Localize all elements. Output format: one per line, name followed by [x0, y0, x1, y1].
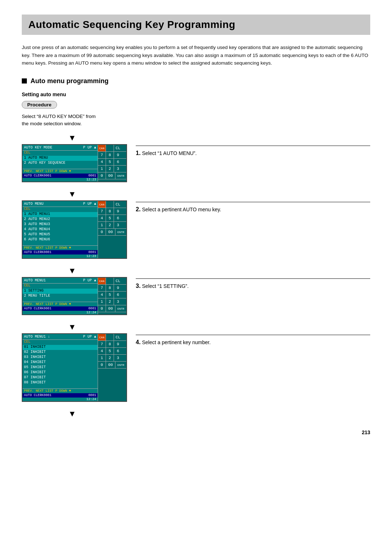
screen-3: AUTO MENU1P UP ▲CEL1 SETTING2 MENU TITLE… [22, 277, 127, 315]
step-arrow-2: ▼ [22, 190, 370, 199]
procedure-badge: Procedure [22, 101, 57, 109]
step-row-2: AUTO MENUP UP ▲CEL1 AUTO MENU12 AUTO MEN… [22, 200, 370, 259]
procedure-text: Select “8 AUTO KEY MODE” from the mode s… [22, 113, 370, 128]
page-number: 213 [22, 429, 370, 435]
step-text-3: 3. Select “1 SETTING”. [136, 277, 370, 290]
page-title: Automatic Sequencing Key Programming [22, 15, 370, 35]
section-title-text: Auto menu programming [30, 77, 109, 85]
terminal-4: AUTO MENU1 ↓P UP ▲CEL01 INHIBIT02 INHIBI… [22, 333, 127, 402]
step-arrow-4: ▼ [22, 322, 370, 332]
step-text-1: 1. Select “1 AUTO MENU”. [136, 144, 370, 158]
step-row-1: AUTO KEY MODEP UP ▲CEL1 AUTO MENU2 AUTO … [22, 144, 370, 182]
terminal-3: AUTO MENU1P UP ▲CEL1 SETTING2 MENU TITLE… [22, 277, 127, 315]
terminal-2: AUTO MENUP UP ▲CEL1 AUTO MENU12 AUTO MEN… [22, 200, 127, 259]
section-title: Auto menu programming [22, 77, 370, 85]
final-arrow: ▼ [22, 409, 370, 419]
step-arrow-3: ▼ [22, 266, 370, 276]
subsection-title: Setting auto menu [22, 91, 370, 97]
step-arrow-1: ▼ [22, 133, 370, 143]
terminal-1: AUTO KEY MODEP UP ▲CEL1 AUTO MENU2 AUTO … [22, 144, 127, 182]
screen-4: AUTO MENU1 ↓P UP ▲CEL01 INHIBIT02 INHIBI… [22, 333, 127, 402]
step-row-4: AUTO MENU1 ↓P UP ▲CEL01 INHIBIT02 INHIBI… [22, 333, 370, 402]
steps-container: ▼AUTO KEY MODEP UP ▲CEL1 AUTO MENU2 AUTO… [22, 133, 370, 419]
screen-1: AUTO KEY MODEP UP ▲CEL1 AUTO MENU2 AUTO … [22, 144, 127, 182]
screen-2: AUTO MENUP UP ▲CEL1 AUTO MENU12 AUTO MEN… [22, 200, 127, 259]
step-text-4: 4. Select a pertinent key number. [136, 333, 370, 347]
step-text-2: 2. Select a pertinent AUTO menu key. [136, 200, 370, 214]
step-row-3: AUTO MENU1P UP ▲CEL1 SETTING2 MENU TITLE… [22, 277, 370, 315]
intro-text: Just one press of an automatic sequencin… [22, 44, 370, 67]
